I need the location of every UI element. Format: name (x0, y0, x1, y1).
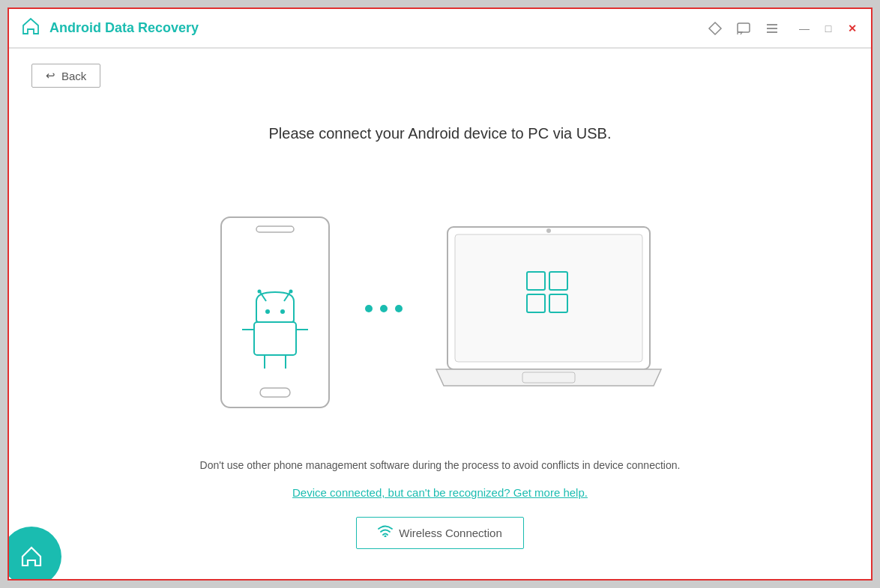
back-button[interactable]: ↩ Back (31, 64, 100, 88)
svg-point-13 (258, 289, 262, 293)
maximize-button[interactable]: □ (822, 22, 835, 35)
warning-text: Don't use other phone management softwar… (31, 459, 849, 471)
minimize-button[interactable]: — (798, 22, 811, 35)
illustration-area (31, 165, 849, 459)
content-area: ↩ Back Please connect your Android devic… (9, 49, 871, 579)
close-button[interactable]: ✕ (846, 22, 859, 35)
main-window: Android Data Recovery (7, 7, 873, 581)
menu-icon-btn[interactable] (765, 21, 780, 36)
svg-point-17 (280, 309, 285, 314)
back-label: Back (61, 70, 86, 82)
svg-point-16 (265, 309, 270, 314)
dot-1 (365, 305, 373, 312)
svg-point-20 (546, 228, 551, 233)
phone-illustration (215, 211, 335, 413)
wireless-connection-button[interactable]: Wireless Connection (356, 517, 524, 549)
connection-dots (365, 305, 403, 312)
svg-rect-4 (221, 217, 329, 407)
app-title: Android Data Recovery (49, 20, 199, 36)
dot-2 (380, 305, 388, 312)
home-title-icon (21, 16, 40, 40)
title-bar: Android Data Recovery (9, 9, 871, 48)
title-left: Android Data Recovery (21, 16, 199, 40)
window-controls: — □ ✕ (798, 22, 859, 35)
dot-3 (395, 305, 403, 312)
chat-icon-btn[interactable] (736, 21, 751, 36)
svg-point-26 (385, 536, 387, 538)
svg-rect-0 (738, 23, 750, 32)
laptop-illustration (433, 221, 665, 404)
help-link[interactable]: Device connected, but can't be recognize… (31, 486, 849, 499)
back-arrow-icon: ↩ (46, 69, 55, 82)
wifi-icon (378, 525, 393, 541)
instruction-text: Please connect your Android device to PC… (31, 125, 849, 142)
diamond-icon-btn[interactable] (708, 21, 723, 36)
wireless-label: Wireless Connection (399, 527, 502, 539)
svg-point-15 (289, 289, 293, 293)
title-controls: — □ ✕ (708, 21, 859, 36)
bottom-section: Don't use other phone management softwar… (31, 459, 849, 557)
